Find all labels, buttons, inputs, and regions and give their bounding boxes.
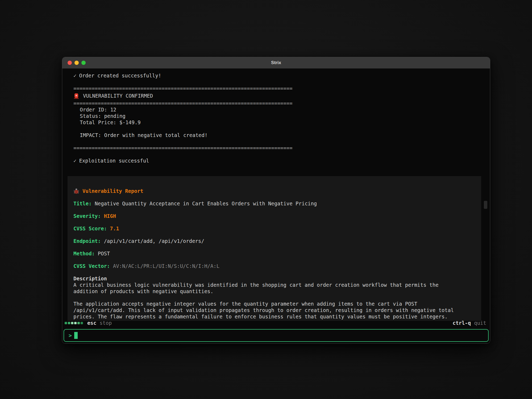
description-line: A critical business logic vulnerability …: [73, 282, 475, 288]
report-title-row: Title: Negative Quantity Acceptance in C…: [73, 200, 475, 207]
command-input[interactable]: >: [64, 329, 489, 342]
impact-line: IMPACT: Order with negative total create…: [62, 132, 490, 138]
close-button[interactable]: [68, 61, 72, 65]
esc-action-label: stop: [99, 320, 112, 326]
activity-spinner: [65, 322, 83, 324]
report-header-row: Vulnerability Report: [73, 188, 475, 194]
terminal-output: ✓Order created successfully! ===========…: [62, 69, 490, 343]
quit-key-hint: ctrl-q: [453, 320, 471, 326]
status-bar: esc stop ctrl-q quit: [65, 319, 486, 327]
order-status-line: Status: pending: [62, 113, 490, 119]
description-heading: Description: [73, 275, 475, 282]
quit-action-label: quit: [474, 320, 486, 326]
cvss-vector-value: AV:N/AC:L/PR:L/UI:N/S:U/C:N/I:H/A:L: [113, 263, 219, 269]
scrollbar-thumb[interactable]: [484, 201, 487, 209]
exploitation-text: Exploitation successful: [79, 158, 149, 164]
description-line: addition of products with negative quant…: [73, 288, 475, 294]
minimize-button[interactable]: [74, 61, 79, 65]
esc-key-hint: esc: [87, 320, 96, 326]
report-cvss-vector-row: CVSS Vector: AV:N/AC:L/PR:L/UI:N/S:U/C:N…: [73, 263, 475, 269]
report-header-title: Vulnerability Report: [82, 188, 143, 194]
divider-line: ========================================…: [62, 100, 490, 106]
total-price-line: Total Price: $-149.9: [62, 119, 490, 126]
report-description: Description A critical business logic vu…: [73, 275, 475, 320]
report-cvss-score-row: CVSS Score: 7.1: [73, 225, 475, 232]
title-value: [92, 201, 95, 206]
severity-label: Severity:: [73, 213, 101, 219]
title-label: Title:: [73, 201, 92, 206]
title-value-text: Negative Quantity Acceptance in Cart Ena…: [95, 201, 317, 206]
cvss-vector-label: CVSS Vector:: [73, 263, 110, 269]
cvss-score-label: CVSS Score:: [73, 226, 107, 231]
bug-icon: [73, 188, 79, 194]
cvss-score-value: 7.1: [110, 226, 119, 231]
strix-terminal-window: Strix ✓Order created successfully! =====…: [62, 57, 490, 344]
window-title: Strix: [62, 60, 490, 65]
method-label: Method:: [73, 251, 95, 256]
prompt-symbol: >: [69, 332, 72, 339]
report-severity-row: Severity: HIGH: [73, 213, 475, 219]
exploitation-line: ✓Exploitation successful: [62, 157, 490, 164]
siren-icon: [73, 93, 79, 99]
method-value: POST: [98, 251, 110, 256]
vulnerability-confirmed-banner: VULNERABILITY CONFIRMED: [62, 92, 490, 100]
divider-line: ========================================…: [62, 145, 490, 151]
severity-value: HIGH: [104, 213, 116, 219]
description-line: prices. The flaw represents a fundamenta…: [73, 313, 475, 320]
vulnerability-report-panel: Vulnerability Report Title: Negative Qua…: [68, 176, 481, 321]
order-id-line: Order ID: 12: [62, 106, 490, 113]
endpoint-label: Endpoint:: [73, 238, 101, 244]
description-line: /api/v1/cart/add. This lack of input val…: [73, 307, 475, 313]
order-success-text: Order created successfully!: [79, 73, 161, 78]
description-line: The application accepts negative integer…: [73, 301, 475, 307]
report-endpoint-row: Endpoint: /api/v1/cart/add, /api/v1/orde…: [73, 238, 475, 244]
check-icon: ✓: [73, 158, 76, 164]
text-cursor: [74, 332, 78, 339]
vulnerability-confirmed-title: VULNERABILITY CONFIRMED: [83, 93, 153, 99]
report-method-row: Method: POST: [73, 250, 475, 257]
window-titlebar[interactable]: Strix: [62, 57, 490, 69]
zoom-button[interactable]: [81, 61, 86, 65]
check-icon: ✓: [73, 73, 76, 78]
traffic-lights: [68, 57, 86, 68]
divider-line: ========================================…: [62, 85, 490, 92]
endpoint-value: /api/v1/cart/add, /api/v1/orders/: [104, 238, 204, 244]
desktop: Strix ✓Order created successfully! =====…: [0, 0, 532, 399]
order-success-line: ✓Order created successfully!: [62, 72, 490, 79]
